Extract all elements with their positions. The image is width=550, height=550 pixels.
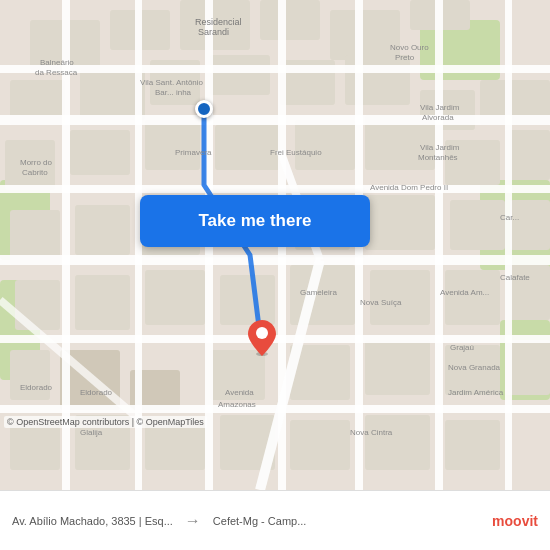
svg-text:Montanhês: Montanhês — [418, 153, 458, 162]
svg-text:Grajaú: Grajaú — [450, 343, 474, 352]
svg-rect-71 — [505, 0, 512, 490]
footer-route: Av. Abílio Machado, 3835 | Esq... → Cefe… — [12, 512, 492, 530]
svg-rect-56 — [290, 420, 350, 470]
svg-text:Avenida: Avenida — [225, 388, 254, 397]
svg-text:Eldorado: Eldorado — [80, 388, 113, 397]
svg-text:Car...: Car... — [500, 213, 519, 222]
svg-rect-49 — [365, 340, 430, 395]
svg-rect-46 — [10, 350, 50, 400]
svg-text:Gameleira: Gameleira — [300, 288, 337, 297]
destination-pin — [248, 320, 276, 356]
svg-rect-61 — [0, 185, 550, 193]
svg-rect-37 — [510, 200, 550, 250]
svg-text:Vila Jardim: Vila Jardim — [420, 103, 460, 112]
svg-rect-24 — [145, 120, 200, 170]
svg-text:Sarandi: Sarandi — [198, 27, 229, 37]
svg-rect-23 — [70, 130, 130, 175]
svg-text:Amazonas: Amazonas — [218, 400, 256, 409]
svg-text:Eldorado: Eldorado — [20, 383, 53, 392]
svg-rect-36 — [450, 200, 505, 250]
svg-rect-70 — [435, 0, 443, 490]
svg-rect-19 — [345, 55, 410, 105]
svg-rect-26 — [295, 120, 355, 170]
svg-rect-44 — [445, 270, 500, 325]
svg-rect-41 — [220, 275, 275, 325]
svg-rect-31 — [75, 205, 130, 255]
svg-text:Vila Jardim: Vila Jardim — [420, 143, 460, 152]
svg-rect-60 — [0, 115, 550, 125]
svg-text:Residencial: Residencial — [195, 17, 242, 27]
svg-rect-40 — [145, 270, 205, 325]
svg-text:Morro do: Morro do — [20, 158, 53, 167]
origin-pin — [195, 100, 213, 118]
map-container: Residencial Sarandi Balneário da Ressaca… — [0, 0, 550, 490]
svg-rect-12 — [330, 10, 400, 60]
svg-text:Preto: Preto — [395, 53, 415, 62]
svg-text:Vila Sant. Antônio: Vila Sant. Antônio — [140, 78, 204, 87]
svg-text:Novo Ouro: Novo Ouro — [390, 43, 429, 52]
svg-rect-62 — [0, 255, 550, 265]
osm-credit: © OpenStreetMap contributors | © OpenMap… — [4, 416, 207, 428]
svg-rect-58 — [445, 420, 500, 470]
svg-text:Balneário: Balneário — [40, 58, 74, 67]
svg-text:Frei Eustáquio: Frei Eustáquio — [270, 148, 322, 157]
svg-rect-64 — [0, 405, 550, 413]
svg-text:da Ressaca: da Ressaca — [35, 68, 78, 77]
svg-text:Avenida Dom Pedro II: Avenida Dom Pedro II — [370, 183, 448, 192]
svg-text:Calafate: Calafate — [500, 273, 530, 282]
take-me-there-button[interactable]: Take me there — [140, 195, 370, 247]
moovit-logo: moovit — [492, 513, 538, 529]
svg-text:Alvorada: Alvorada — [422, 113, 454, 122]
footer: Av. Abílio Machado, 3835 | Esq... → Cefe… — [0, 490, 550, 550]
svg-text:Avenida Am...: Avenida Am... — [440, 288, 489, 297]
svg-rect-11 — [260, 0, 320, 40]
svg-rect-39 — [75, 275, 130, 330]
footer-arrow: → — [185, 512, 201, 530]
svg-point-109 — [256, 327, 268, 339]
svg-text:Primavera: Primavera — [175, 148, 212, 157]
svg-text:Cabrito: Cabrito — [22, 168, 48, 177]
svg-text:Nova Cintra: Nova Cintra — [350, 428, 393, 437]
svg-text:Glalija: Glalija — [80, 428, 103, 437]
footer-origin: Av. Abílio Machado, 3835 | Esq... — [12, 515, 173, 527]
moovit-logo-area: moovit — [492, 513, 538, 529]
svg-text:Bar... inha: Bar... inha — [155, 88, 192, 97]
svg-rect-59 — [0, 65, 550, 73]
svg-text:Nova Suíça: Nova Suíça — [360, 298, 402, 307]
svg-text:Nova Granada: Nova Granada — [448, 363, 501, 372]
svg-rect-17 — [210, 55, 270, 95]
footer-destination: Cefet-Mg - Camp... — [213, 515, 492, 527]
svg-rect-57 — [365, 415, 430, 470]
svg-rect-35 — [365, 195, 435, 250]
svg-text:Jardim América: Jardim América — [448, 388, 504, 397]
